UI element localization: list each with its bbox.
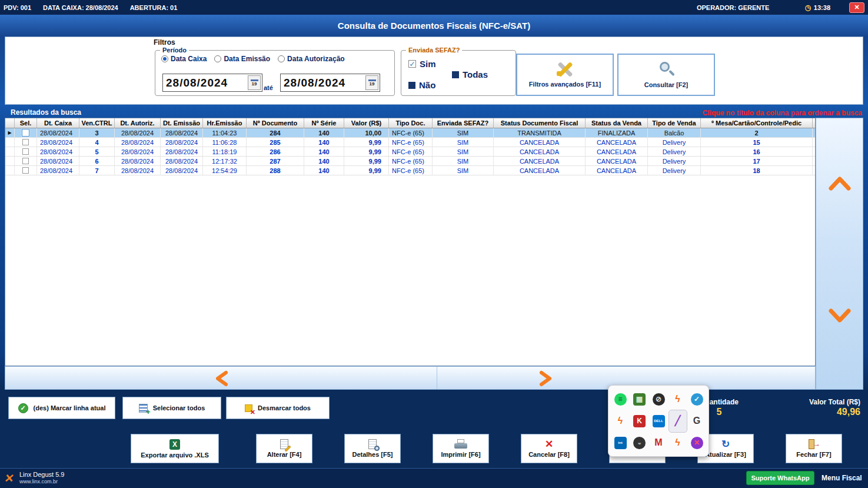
table-cell: 11:04:23: [203, 128, 247, 137]
scroll-down-icon[interactable]: [827, 308, 852, 323]
whatsapp-support-button[interactable]: Suporte WhatsApp: [746, 471, 814, 485]
checkbox-nao[interactable]: Não: [408, 80, 435, 90]
table-row[interactable]: ▶28/08/2024328/08/202428/08/202411:04:23…: [5, 128, 815, 138]
detalhes-button[interactable]: Detalhes [F5]: [344, 434, 401, 463]
row-checkbox[interactable]: [22, 158, 29, 164]
close-button[interactable]: ✕: [849, 2, 864, 13]
intel-tray-icon[interactable]: int: [611, 432, 629, 454]
list-plus-icon: +: [139, 404, 148, 413]
row-gutter: [5, 157, 15, 165]
table-cell: 10,00: [344, 128, 389, 137]
sel-cell: [15, 147, 37, 156]
table-row[interactable]: 28/08/2024428/08/202428/08/202411:06:282…: [5, 138, 815, 147]
purple-x-tray-icon[interactable]: ✕: [688, 432, 706, 454]
cancelar-button[interactable]: ✕ Cancelar [F8]: [521, 434, 577, 463]
calendar-icon[interactable]: 19: [365, 75, 378, 90]
scroll-right-icon[interactable]: [538, 370, 553, 387]
select-all-button[interactable]: + Selecionar todos: [122, 397, 221, 419]
blocked-app-tray-icon[interactable]: ⊘: [650, 389, 667, 410]
column-header[interactable]: Sel.: [15, 118, 37, 128]
dark-sphere-tray-icon[interactable]: ◒: [631, 432, 648, 454]
table-cell: 5: [79, 147, 115, 156]
table-cell: Balcão: [648, 128, 701, 137]
scroll-up-icon[interactable]: [827, 176, 852, 191]
alterar-label: Alterar [F4]: [267, 451, 302, 458]
column-header[interactable]: Valor (R$): [344, 118, 389, 128]
row-checkbox[interactable]: [22, 129, 29, 137]
column-header[interactable]: Enviada SEFAZ?: [433, 118, 494, 128]
column-header[interactable]: Tipo Doc.: [389, 118, 433, 128]
edit-page-icon: [280, 439, 288, 449]
radio-data-autorizacao[interactable]: Data Autorização: [278, 55, 345, 63]
date-to-input[interactable]: 28/08/2024 19: [280, 74, 380, 92]
vertical-scroll-panel[interactable]: [816, 118, 863, 390]
grammarly-tray-icon[interactable]: G: [688, 410, 706, 432]
orange-flash-tray-icon[interactable]: ϟ: [611, 410, 629, 432]
column-header[interactable]: Status da Venda: [586, 118, 648, 128]
table-cell: 140: [304, 157, 344, 165]
column-header[interactable]: Dt. Emissão: [161, 118, 203, 128]
table-cell: 18: [701, 166, 813, 175]
table-cell: 2: [701, 128, 813, 137]
deselect-all-button[interactable]: ✕ Desmarcar todos: [226, 397, 330, 419]
row-checkbox[interactable]: [22, 148, 29, 155]
table-cell: 11:18:19: [203, 147, 247, 156]
orange-flash-tray-icon[interactable]: ϟ: [669, 389, 687, 410]
checkbox-sim[interactable]: ✓ Sim: [408, 59, 436, 69]
checkbox-todas[interactable]: Todas: [452, 69, 488, 79]
table-row[interactable]: 28/08/2024728/08/202428/08/202412:54:292…: [5, 166, 815, 175]
imprimir-button[interactable]: Imprimir [F6]: [433, 434, 489, 463]
dell-tray-icon[interactable]: DELL: [650, 410, 667, 432]
radio-unselected-icon: [278, 55, 285, 62]
table-cell: TRANSMITIDA: [494, 128, 586, 137]
menu-fiscal-button[interactable]: Menu Fiscal: [822, 474, 862, 482]
security-shield-tray-icon[interactable]: ✓: [688, 389, 706, 410]
column-header[interactable]: Dt. Autoriz.: [115, 118, 161, 128]
table-cell: Delivery: [648, 147, 701, 156]
table-cell: 28/08/2024: [161, 128, 203, 137]
row-gutter: ▶: [5, 128, 15, 137]
system-tray-popup: ≡▦⊘ϟ✓ϟKDELL╱Gint◒Mϟ✕: [608, 385, 709, 457]
table-row[interactable]: 28/08/2024628/08/202428/08/202412:17:322…: [5, 157, 815, 166]
table-cell: 28/08/2024: [161, 138, 203, 147]
green-app-tray-icon[interactable]: ▦: [631, 389, 648, 410]
row-checkbox[interactable]: [22, 139, 29, 145]
radio-data-caixa[interactable]: Data Caixa: [161, 55, 207, 63]
table-row[interactable]: 28/08/2024528/08/202428/08/202411:18:192…: [5, 147, 815, 157]
radio-data-emissao[interactable]: Data Emissão: [214, 55, 270, 63]
sel-cell: [15, 157, 37, 165]
column-header[interactable]: Status Documento Fiscal: [494, 118, 586, 128]
mark-current-row-button[interactable]: ✓ (des) Marcar linha atual: [8, 397, 115, 419]
top-status-bar: PDV: 001 DATA CAIXA: 28/08/2024 ABERTURA…: [0, 0, 868, 15]
application-window: PDV: 001 DATA CAIXA: 28/08/2024 ABERTURA…: [0, 0, 868, 488]
date-from-input[interactable]: 28/08/2024 19: [162, 74, 262, 92]
row-gutter: [5, 166, 15, 175]
app-name-label: Linx Degust 5.9: [19, 471, 64, 478]
row-checkbox[interactable]: [22, 167, 29, 174]
checkbox-sim-label: Sim: [420, 59, 436, 69]
search-button[interactable]: Consultar [F2]: [617, 54, 715, 96]
column-header[interactable]: Nº Documento: [247, 118, 304, 128]
column-header[interactable]: Hr.Emissão: [203, 118, 247, 128]
red-k-tray-icon[interactable]: K: [631, 410, 648, 432]
advanced-filters-button[interactable]: Filtros avançados [F11]: [516, 54, 614, 96]
column-header[interactable]: Tipo de Venda: [648, 118, 701, 128]
brush-tray-icon[interactable]: ╱: [669, 410, 687, 432]
table-cell: 6: [79, 157, 115, 165]
scroll-left-icon[interactable]: [214, 370, 230, 387]
column-header[interactable]: Ven.CTRL: [79, 118, 115, 128]
calendar-icon[interactable]: 19: [248, 75, 261, 90]
export-xls-button[interactable]: X Exportar arquivo .XLS: [131, 434, 219, 463]
mark-current-row-label: (des) Marcar linha atual: [34, 404, 106, 411]
spotify-tray-icon[interactable]: ≡: [611, 389, 629, 410]
select-all-label: Selecionar todos: [153, 404, 205, 411]
column-header[interactable]: º Mesa/Cartão/Controle/Pedic: [701, 118, 813, 128]
column-header[interactable]: Dt. Caixa: [37, 118, 79, 128]
orange-flash-tray-icon[interactable]: ϟ: [669, 432, 687, 454]
fechar-button[interactable]: → Fechar [F7]: [786, 434, 842, 463]
red-m-tray-icon[interactable]: M: [650, 432, 667, 454]
refresh-icon: ↻: [721, 439, 730, 449]
sort-hint-label: Clique no título da coluna para ordenar …: [703, 109, 862, 117]
column-header[interactable]: Nº Série: [304, 118, 344, 128]
alterar-button[interactable]: Alterar [F4]: [256, 434, 312, 463]
